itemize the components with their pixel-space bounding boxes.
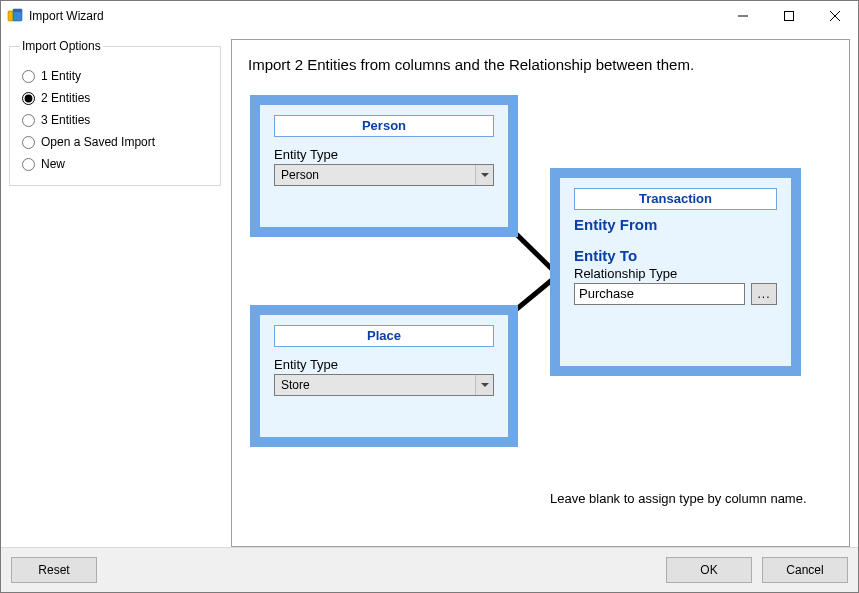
radio-3-entities[interactable] (22, 114, 35, 127)
browse-button[interactable]: ... (751, 283, 777, 305)
option-3-entities[interactable]: 3 Entities (22, 113, 210, 127)
content-area: Import Options 1 Entity 2 Entities 3 Ent… (1, 31, 858, 547)
radio-new[interactable] (22, 158, 35, 171)
entity-type-label: Entity Type (274, 147, 494, 162)
app-icon (7, 8, 23, 24)
relationship-title: Transaction (574, 188, 777, 210)
option-label: 3 Entities (41, 113, 90, 127)
relationship-card: Transaction Entity From Entity To Relati… (550, 168, 801, 376)
footer: Reset OK Cancel (1, 547, 858, 592)
combo-value: Person (275, 165, 475, 185)
entity-type-combo-person[interactable]: Person (274, 164, 494, 186)
entity-card-place: Place Entity Type Store (250, 305, 518, 447)
radio-open-saved[interactable] (22, 136, 35, 149)
option-label: 2 Entities (41, 91, 90, 105)
reset-button[interactable]: Reset (11, 557, 97, 583)
import-options-group: Import Options 1 Entity 2 Entities 3 Ent… (9, 39, 221, 186)
entity-to-label: Entity To (574, 247, 777, 264)
chevron-down-icon (475, 165, 493, 185)
entity-title: Person (274, 115, 494, 137)
window-title: Import Wizard (29, 9, 104, 23)
entity-card-person: Person Entity Type Person (250, 95, 518, 237)
main-panel: Import 2 Entities from columns and the R… (231, 39, 850, 547)
cancel-button[interactable]: Cancel (762, 557, 848, 583)
relationship-type-label: Relationship Type (574, 266, 777, 281)
close-button[interactable] (812, 1, 858, 31)
hint-text: Leave blank to assign type by column nam… (550, 491, 807, 506)
diagram-area: Person Entity Type Person Place Entity T… (232, 95, 849, 546)
entity-title: Place (274, 325, 494, 347)
entity-type-label: Entity Type (274, 357, 494, 372)
option-label: Open a Saved Import (41, 135, 155, 149)
option-open-saved[interactable]: Open a Saved Import (22, 135, 210, 149)
instruction-text: Import 2 Entities from columns and the R… (248, 56, 694, 73)
radio-1-entity[interactable] (22, 70, 35, 83)
svg-rect-2 (13, 9, 22, 12)
option-1-entity[interactable]: 1 Entity (22, 69, 210, 83)
entity-from-label: Entity From (574, 216, 777, 233)
combo-value: Store (275, 375, 475, 395)
relationship-type-input[interactable]: Purchase (574, 283, 745, 305)
import-options-legend: Import Options (20, 39, 103, 53)
sidebar: Import Options 1 Entity 2 Entities 3 Ent… (9, 39, 221, 547)
maximize-button[interactable] (766, 1, 812, 31)
titlebar: Import Wizard (1, 1, 858, 31)
option-new[interactable]: New (22, 157, 210, 171)
option-label: New (41, 157, 65, 171)
minimize-button[interactable] (720, 1, 766, 31)
chevron-down-icon (475, 375, 493, 395)
radio-2-entities[interactable] (22, 92, 35, 105)
ok-button[interactable]: OK (666, 557, 752, 583)
entity-type-combo-place[interactable]: Store (274, 374, 494, 396)
option-label: 1 Entity (41, 69, 81, 83)
svg-rect-4 (785, 12, 794, 21)
option-2-entities[interactable]: 2 Entities (22, 91, 210, 105)
